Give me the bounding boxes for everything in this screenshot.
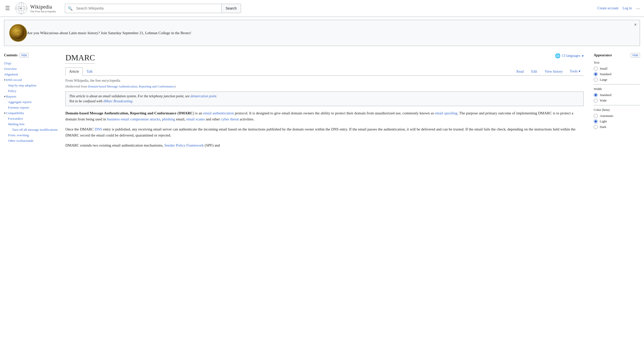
text-size-standard-option[interactable]: Standard: [594, 72, 640, 76]
text-size-standard-radio[interactable]: [594, 72, 598, 76]
email-scams-link[interactable]: email scams: [186, 117, 205, 121]
toc-link-step-by-step[interactable]: Step by step adoption: [8, 83, 36, 87]
banner-close-button[interactable]: ×: [634, 22, 637, 27]
from-wikipedia-text: From Wikipedia, the free encyclopedia: [65, 79, 584, 83]
appearance-panel: Appearance hide Text Small Standard Larg…: [590, 49, 640, 156]
toc-link-other-workarounds[interactable]: Other workarounds: [8, 139, 33, 143]
search-button[interactable]: Search: [222, 4, 241, 13]
header-auth-area: Create account Log in ···: [597, 6, 640, 11]
toc-link-reports[interactable]: Reports: [6, 95, 16, 98]
tools-label: Tools: [570, 69, 578, 73]
toc-item-mailing-lists[interactable]: Mailing lists: [4, 121, 59, 127]
phishing-link[interactable]: phishing: [162, 117, 175, 121]
width-wide-option[interactable]: Wide: [594, 99, 640, 103]
tab-edit[interactable]: Edit: [528, 67, 541, 76]
text-size-small-label: Small: [600, 67, 607, 71]
toc-item-overview[interactable]: Overview: [4, 66, 59, 72]
color-dark-option[interactable]: Dark: [594, 125, 640, 129]
article-title: DMARC: [65, 53, 95, 64]
bec-link[interactable]: business email compromise attacks: [107, 117, 160, 121]
tab-read[interactable]: Read: [513, 67, 528, 76]
toc-item-other-workarounds[interactable]: Other workarounds: [4, 138, 59, 144]
tab-article[interactable]: Article: [65, 67, 83, 76]
table-of-contents: Contents hide (Top) Overview Alignment ▾…: [4, 49, 59, 156]
toc-item-policy[interactable]: Policy: [4, 88, 59, 94]
toc-link-overview[interactable]: Overview: [4, 67, 17, 71]
tools-dropdown[interactable]: Tools ▾: [567, 67, 584, 76]
toc-link-dns-record[interactable]: DNS record: [6, 78, 22, 82]
appearance-hide-button[interactable]: hide: [631, 53, 640, 58]
text-size-large-option[interactable]: Large: [594, 78, 640, 82]
toc-item-dns-record[interactable]: ▾DNS record: [4, 77, 59, 83]
language-selector[interactable]: 🌐 13 languages ▾: [555, 53, 584, 59]
dmarc-broadcasting-link[interactable]: dMarc Broadcasting: [103, 99, 132, 103]
hamburger-button[interactable]: ☰: [4, 4, 11, 13]
spf-link[interactable]: Sender Policy Framework: [164, 143, 204, 147]
toc-link-mailing-lists[interactable]: Mailing lists: [8, 122, 24, 126]
login-link[interactable]: Log in: [622, 6, 632, 10]
toc-link-forwarders[interactable]: Forwarders: [8, 117, 23, 120]
width-standard-option[interactable]: Standard: [594, 93, 640, 97]
toc-item-from-rewriting[interactable]: From: rewriting: [4, 132, 59, 138]
toc-item-forensic-reports[interactable]: Forensic reports: [4, 105, 59, 110]
toc-link-compatibility[interactable]: Compatibility: [6, 111, 24, 115]
more-options-button[interactable]: ···: [636, 6, 640, 11]
color-automatic-radio[interactable]: [594, 114, 598, 118]
lang-count: 13 languages: [562, 54, 580, 58]
lang-dropdown-icon: ▾: [582, 54, 584, 58]
toc-hide-button[interactable]: hide: [20, 53, 29, 58]
toc-collapse-compatibility[interactable]: ▾: [4, 111, 6, 115]
create-account-link[interactable]: Create account: [597, 6, 619, 10]
disambiguation-line2: Not to be confused with dMarc Broadcasti…: [69, 99, 580, 103]
logo-link[interactable]: W Wikipedia The Free Encyclopedia: [15, 2, 56, 15]
toc-link-from-rewriting[interactable]: From: rewriting: [8, 133, 29, 137]
color-light-label: Light: [600, 119, 607, 123]
toc-link-policy[interactable]: Policy: [8, 89, 16, 93]
toc-item-top[interactable]: (Top): [4, 61, 59, 66]
toc-item-compatibility[interactable]: ▾Compatibility: [4, 110, 59, 116]
toc-item-reports[interactable]: ▾Reports: [4, 94, 59, 99]
email-spoofing-link[interactable]: email spoofing: [435, 111, 458, 115]
toc-link-alignment[interactable]: Alignment: [4, 72, 18, 76]
color-dark-radio[interactable]: [594, 125, 598, 129]
text-size-small-option[interactable]: Small: [594, 67, 640, 71]
disambiguation-line1: This article is about an email validatio…: [69, 94, 580, 98]
toc-item-forwarders[interactable]: Forwarders: [4, 116, 59, 121]
tab-view-history[interactable]: View history: [541, 67, 567, 76]
demarcation-point-link[interactable]: demarcation point: [190, 94, 216, 98]
toc-link-aggregate-reports[interactable]: Aggregate reports: [8, 100, 32, 104]
toc-item-aggregate-reports[interactable]: Aggregate reports: [4, 99, 59, 105]
toc-link-turn-off-modifications[interactable]: Turn off all message modifications: [12, 128, 58, 131]
color-light-option[interactable]: Light: [594, 119, 640, 123]
svg-text:25¢: 25¢: [17, 33, 19, 35]
site-header: ☰ W Wikipedia The Free Encyclopedia 🔍 Se…: [0, 0, 644, 17]
event-banner: CELIA 25¢ Are you Wikicurious about Lati…: [4, 20, 640, 46]
text-size-large-radio[interactable]: [594, 78, 598, 82]
width-standard-label: Standard: [600, 93, 611, 97]
email-authentication-link[interactable]: email authentication: [203, 111, 234, 115]
toc-item-step-by-step[interactable]: Step by step adoption: [4, 83, 59, 88]
paragraph-1: Domain-based Message Authentication, Rep…: [65, 110, 584, 122]
dns-link[interactable]: DNS: [95, 127, 102, 131]
redirect-link[interactable]: Domain-based Message Authentication, Rep…: [88, 85, 175, 88]
text-size-small-radio[interactable]: [594, 67, 598, 71]
toc-item-turn-off-modifications[interactable]: Turn off all message modifications: [4, 127, 59, 132]
width-wide-radio[interactable]: [594, 99, 598, 103]
search-form: 🔍 Search: [65, 4, 241, 13]
redirect-note: (Redirected from Domain-based Message Au…: [65, 85, 584, 88]
svg-text:W: W: [20, 7, 22, 10]
search-input[interactable]: [75, 4, 221, 12]
tab-talk[interactable]: Talk: [83, 67, 97, 76]
color-automatic-option[interactable]: Automatic: [594, 114, 640, 118]
coin-image: CELIA 25¢: [9, 24, 27, 42]
toc-link-top[interactable]: (Top): [4, 61, 11, 65]
toc-collapse-dns[interactable]: ▾: [4, 78, 6, 82]
cyber-threat-link[interactable]: cyber threat: [221, 117, 239, 121]
toc-link-forensic-reports[interactable]: Forensic reports: [8, 106, 29, 109]
color-light-radio[interactable]: [594, 119, 598, 123]
width-standard-radio[interactable]: [594, 93, 598, 97]
toc-collapse-reports[interactable]: ▾: [4, 95, 6, 98]
svg-point-6: [10, 25, 26, 41]
article-content: DMARC 🌐 13 languages ▾ Article Talk Read…: [59, 49, 590, 156]
toc-item-alignment[interactable]: Alignment: [4, 72, 59, 77]
